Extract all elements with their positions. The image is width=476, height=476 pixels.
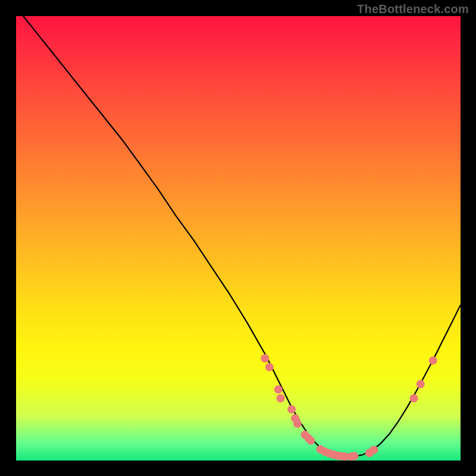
scatter-dot [293,419,302,428]
scatter-dot [429,356,437,365]
scatter-dot [416,380,425,389]
watermark-text: TheBottleneck.com [357,2,469,16]
bottleneck-chart [16,16,461,461]
scatter-dot [287,405,296,414]
bottleneck-curve [16,7,461,457]
scatter-dot [261,354,269,362]
scatter-dot [350,452,359,461]
scatter-dot [306,436,315,444]
scatter-dot [369,446,378,454]
scatter-dots-group [261,354,437,461]
scatter-dot [410,394,418,402]
scatter-dot [277,394,285,402]
scatter-dot [265,363,274,371]
scatter-dot [274,386,283,394]
